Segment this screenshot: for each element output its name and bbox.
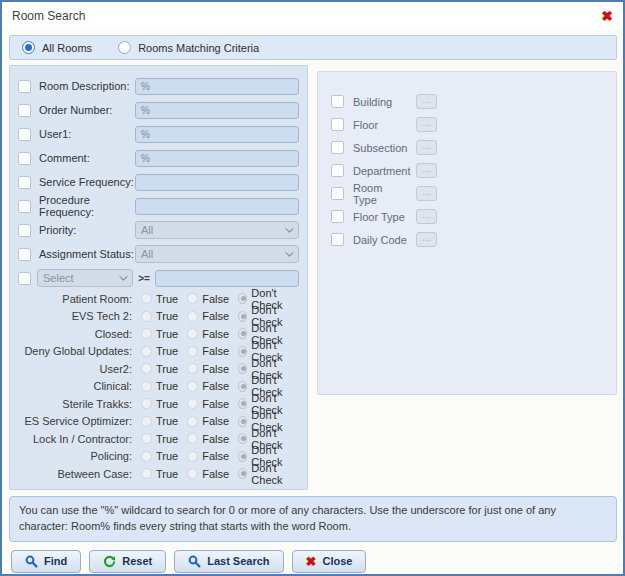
radio-rooms-matching-criteria[interactable]: Rooms Matching Criteria bbox=[118, 41, 259, 54]
radio-label: True bbox=[156, 468, 178, 480]
subsection-checkbox[interactable] bbox=[331, 141, 344, 154]
between-case-false-radio[interactable]: False bbox=[187, 468, 229, 480]
field-label: Room Description: bbox=[31, 80, 135, 92]
button-label: Find bbox=[44, 555, 67, 567]
procedure-frequency-checkbox[interactable] bbox=[18, 200, 31, 213]
es-service-optimizer-false-radio[interactable]: False bbox=[187, 415, 229, 427]
wildcard-help-text: You can use the "%" wildcard to search f… bbox=[9, 496, 617, 542]
closed-false-radio[interactable]: False bbox=[187, 328, 229, 340]
radio-all-rooms[interactable]: All Rooms bbox=[22, 41, 92, 54]
user1-checkbox[interactable] bbox=[18, 128, 31, 141]
room-type-browse-button[interactable]: … bbox=[416, 186, 437, 201]
lookup-row-department: Department … bbox=[331, 159, 604, 182]
field-row-priority: Priority: All bbox=[18, 218, 299, 242]
radio-dot-icon bbox=[238, 416, 247, 427]
between-case-true-radio[interactable]: True bbox=[141, 468, 178, 480]
close-button[interactable]: ✖ Close bbox=[292, 550, 367, 573]
radio-dot-icon bbox=[187, 381, 198, 392]
tristate-label: Between Case: bbox=[18, 468, 132, 480]
comment-checkbox[interactable] bbox=[18, 152, 31, 165]
floor-type-browse-button[interactable]: … bbox=[416, 209, 437, 224]
chevron-down-icon bbox=[285, 248, 293, 256]
radio-dot-icon bbox=[187, 398, 198, 409]
building-checkbox[interactable] bbox=[331, 95, 344, 108]
radio-label: True bbox=[156, 345, 178, 357]
deny-global-updates-false-radio[interactable]: False bbox=[187, 345, 229, 357]
order-number-checkbox[interactable] bbox=[18, 104, 31, 117]
sterile-trakks-true-radio[interactable]: True bbox=[141, 398, 178, 410]
compare-field-select[interactable]: Select bbox=[37, 269, 133, 287]
field-row-procedure-frequency: Procedure Frequency: bbox=[18, 194, 299, 218]
user2-true-radio[interactable]: True bbox=[141, 363, 178, 375]
clinical-false-radio[interactable]: False bbox=[187, 380, 229, 392]
compare-operator-label: >= bbox=[133, 273, 155, 284]
department-browse-button[interactable]: … bbox=[416, 163, 437, 178]
patient-room-true-radio[interactable]: True bbox=[141, 293, 178, 305]
order-number-input[interactable]: % bbox=[135, 102, 299, 119]
assignment-status-checkbox[interactable] bbox=[18, 248, 31, 261]
radio-dot-icon bbox=[187, 346, 198, 357]
evs-tech-2-true-radio[interactable]: True bbox=[141, 310, 178, 322]
radio-label: True bbox=[156, 398, 178, 410]
floor-type-checkbox[interactable] bbox=[331, 210, 344, 223]
assignment-status-select[interactable]: All bbox=[135, 245, 299, 263]
priority-checkbox[interactable] bbox=[18, 224, 31, 237]
room-description-checkbox[interactable] bbox=[18, 80, 31, 93]
procedure-frequency-input[interactable] bbox=[135, 198, 299, 215]
deny-global-updates-true-radio[interactable]: True bbox=[141, 345, 178, 357]
service-frequency-checkbox[interactable] bbox=[18, 176, 31, 189]
building-browse-button[interactable]: … bbox=[416, 94, 437, 109]
chevron-down-icon bbox=[119, 272, 127, 280]
lock-in-contractor-true-radio[interactable]: True bbox=[141, 433, 178, 445]
radio-label: False bbox=[202, 415, 229, 427]
lookup-row-building: Building … bbox=[331, 90, 604, 113]
select-value: All bbox=[141, 248, 285, 260]
comment-input[interactable]: % bbox=[135, 150, 299, 167]
lookup-label: Subsection bbox=[344, 142, 408, 154]
priority-select[interactable]: All bbox=[135, 221, 299, 239]
patient-room-false-radio[interactable]: False bbox=[187, 293, 229, 305]
daily-code-checkbox[interactable] bbox=[331, 233, 344, 246]
compare-checkbox[interactable] bbox=[18, 272, 31, 285]
radio-dot-icon bbox=[238, 328, 247, 339]
daily-code-browse-button[interactable]: … bbox=[416, 232, 437, 247]
user2-false-radio[interactable]: False bbox=[187, 363, 229, 375]
find-button[interactable]: Find bbox=[11, 550, 81, 573]
last-search-button[interactable]: Last Search bbox=[174, 550, 283, 573]
field-label: Comment: bbox=[31, 152, 135, 164]
between-case-dontcheck-radio[interactable]: Don't Check bbox=[238, 462, 299, 486]
evs-tech-2-false-radio[interactable]: False bbox=[187, 310, 229, 322]
close-icon[interactable]: ✖ bbox=[601, 9, 613, 23]
subsection-browse-button[interactable]: … bbox=[416, 140, 437, 155]
radio-dot-icon bbox=[141, 293, 152, 304]
button-label: Close bbox=[322, 555, 352, 567]
radio-label: False bbox=[202, 398, 229, 410]
radio-label: False bbox=[202, 468, 229, 480]
radio-dot-icon bbox=[187, 293, 198, 304]
field-label: Order Number: bbox=[31, 104, 135, 116]
radio-dot-icon bbox=[187, 363, 198, 374]
radio-dot-icon bbox=[187, 311, 198, 322]
radio-dot-icon bbox=[141, 398, 152, 409]
closed-true-radio[interactable]: True bbox=[141, 328, 178, 340]
floor-browse-button[interactable]: … bbox=[416, 117, 437, 132]
room-type-checkbox[interactable] bbox=[331, 187, 344, 200]
service-frequency-input[interactable] bbox=[135, 174, 299, 191]
room-description-input[interactable]: % bbox=[135, 78, 299, 95]
compare-value-input[interactable] bbox=[155, 270, 299, 287]
reset-icon bbox=[103, 555, 116, 568]
lock-in-contractor-false-radio[interactable]: False bbox=[187, 433, 229, 445]
room-search-dialog: Room Search ✖ All Rooms Rooms Matching C… bbox=[0, 0, 625, 576]
sterile-trakks-false-radio[interactable]: False bbox=[187, 398, 229, 410]
es-service-optimizer-true-radio[interactable]: True bbox=[141, 415, 178, 427]
floor-checkbox[interactable] bbox=[331, 118, 344, 131]
policing-false-radio[interactable]: False bbox=[187, 450, 229, 462]
clinical-true-radio[interactable]: True bbox=[141, 380, 178, 392]
lookup-row-daily-code: Daily Code … bbox=[331, 228, 604, 251]
button-label: Last Search bbox=[207, 555, 269, 567]
radio-label: False bbox=[202, 380, 229, 392]
policing-true-radio[interactable]: True bbox=[141, 450, 178, 462]
department-checkbox[interactable] bbox=[331, 164, 344, 177]
user1-input[interactable]: % bbox=[135, 126, 299, 143]
reset-button[interactable]: Reset bbox=[89, 550, 166, 573]
